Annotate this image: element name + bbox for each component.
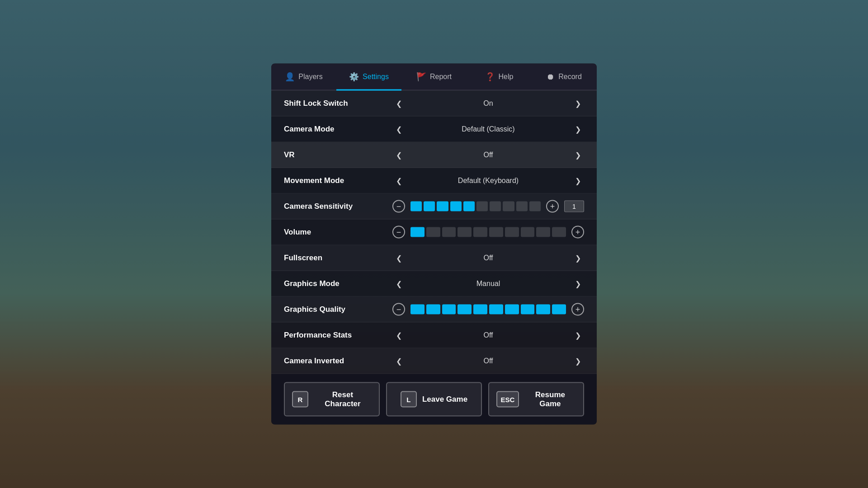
setting-value-movement-mode: Default (Keyboard)	[410, 177, 566, 185]
setting-control-camera-mode: ❮ Default (Classic) ❯	[392, 123, 584, 136]
slider-seg-camera-sensitivity-5	[476, 202, 488, 211]
setting-value-vr: Off	[410, 151, 566, 159]
arrow-left-movement-mode[interactable]: ❮	[392, 174, 405, 187]
setting-value-performance-stats: Off	[410, 331, 566, 339]
slider-track-volume	[410, 227, 566, 237]
slider-plus-volume[interactable]: +	[571, 226, 584, 239]
reset-character-button[interactable]: R Reset Character	[284, 382, 380, 417]
setting-label-camera-sensitivity: Camera Sensitivity	[284, 202, 392, 211]
slider-seg-graphics-quality-6	[505, 305, 519, 314]
slider-minus-graphics-quality[interactable]: −	[392, 303, 405, 316]
tab-label-settings: Settings	[363, 73, 389, 81]
setting-control-camera-sensitivity: − +	[392, 200, 584, 213]
setting-row-performance-stats: Performance Stats ❮ Off ❯	[271, 323, 597, 348]
slider-seg-graphics-quality-9	[552, 305, 566, 314]
tab-record[interactable]: ⏺Record	[532, 64, 597, 90]
slider-minus-camera-sensitivity[interactable]: −	[392, 200, 405, 213]
slider-seg-volume-7	[521, 227, 535, 237]
setting-control-graphics-mode: ❮ Manual ❯	[392, 277, 584, 290]
arrow-left-camera-mode[interactable]: ❮	[392, 123, 405, 136]
tab-label-players: Players	[298, 73, 322, 81]
setting-label-vr: VR	[284, 150, 392, 160]
reset-character-key: R	[292, 391, 308, 408]
setting-row-fullscreen: Fullscreen ❮ Off ❯	[271, 245, 597, 271]
setting-row-movement-mode: Movement Mode ❮ Default (Keyboard) ❯	[271, 168, 597, 194]
slider-plus-camera-sensitivity[interactable]: +	[546, 200, 559, 213]
setting-row-camera-mode: Camera Mode ❮ Default (Classic) ❯	[271, 117, 597, 142]
slider-seg-graphics-quality-8	[536, 305, 550, 314]
setting-control-vr: ❮ Off ❯	[392, 149, 584, 161]
slider-input-camera-sensitivity[interactable]	[564, 201, 584, 212]
slider-minus-volume[interactable]: −	[392, 226, 405, 239]
arrow-left-camera-inverted[interactable]: ❮	[392, 355, 405, 367]
settings-icon: ⚙️	[349, 72, 359, 82]
reset-character-label: Reset Character	[314, 390, 372, 408]
setting-row-volume: Volume − +	[271, 220, 597, 245]
setting-label-performance-stats: Performance Stats	[284, 331, 392, 340]
setting-control-performance-stats: ❮ Off ❯	[392, 329, 584, 342]
setting-label-camera-mode: Camera Mode	[284, 125, 392, 134]
slider-seg-graphics-quality-7	[521, 305, 535, 314]
arrow-left-vr[interactable]: ❮	[392, 149, 405, 161]
slider-seg-graphics-quality-1	[426, 305, 440, 314]
arrow-right-graphics-mode[interactable]: ❯	[571, 277, 584, 290]
arrow-left-graphics-mode[interactable]: ❮	[392, 277, 405, 290]
setting-row-vr: VR ❮ Off ❯	[271, 142, 597, 168]
slider-seg-volume-9	[552, 227, 566, 237]
menu-panel: 👤Players⚙️Settings🚩Report❓Help⏺Record Sh…	[271, 64, 597, 425]
slider-track-graphics-quality	[410, 305, 566, 314]
setting-label-graphics-quality: Graphics Quality	[284, 305, 392, 314]
setting-value-graphics-mode: Manual	[410, 280, 566, 288]
slider-seg-graphics-quality-5	[489, 305, 503, 314]
tab-help[interactable]: ❓Help	[467, 64, 532, 90]
slider-seg-graphics-quality-0	[410, 305, 425, 314]
arrow-right-camera-inverted[interactable]: ❯	[571, 355, 584, 367]
record-icon: ⏺	[547, 72, 555, 81]
arrow-right-camera-mode[interactable]: ❯	[571, 123, 584, 136]
setting-control-volume: − +	[392, 226, 584, 239]
setting-label-fullscreen: Fullscreen	[284, 253, 392, 263]
leave-game-key: L	[401, 391, 417, 408]
arrow-right-movement-mode[interactable]: ❯	[571, 174, 584, 187]
tab-players[interactable]: 👤Players	[271, 64, 336, 90]
leave-game-button[interactable]: L Leave Game	[386, 382, 482, 417]
arrow-left-shift-lock-switch[interactable]: ❮	[392, 97, 405, 110]
setting-control-fullscreen: ❮ Off ❯	[392, 252, 584, 264]
settings-body: Shift Lock Switch ❮ On ❯ Camera Mode ❮ D…	[271, 91, 597, 374]
tab-report[interactable]: 🚩Report	[401, 64, 467, 90]
arrow-left-fullscreen[interactable]: ❮	[392, 252, 405, 264]
slider-seg-volume-2	[442, 227, 456, 237]
setting-control-shift-lock-switch: ❮ On ❯	[392, 97, 584, 110]
arrow-right-performance-stats[interactable]: ❯	[571, 329, 584, 342]
slider-seg-camera-sensitivity-9	[529, 202, 541, 211]
tab-settings[interactable]: ⚙️Settings	[336, 64, 401, 90]
slider-track-camera-sensitivity	[410, 202, 541, 211]
slider-plus-graphics-quality[interactable]: +	[571, 303, 584, 316]
resume-game-label: Resume Game	[524, 390, 576, 408]
slider-seg-volume-3	[458, 227, 472, 237]
setting-row-camera-sensitivity: Camera Sensitivity − +	[271, 194, 597, 220]
tab-label-help: Help	[499, 73, 514, 81]
slider-seg-camera-sensitivity-3	[450, 202, 462, 211]
report-icon: 🚩	[416, 72, 426, 82]
setting-row-graphics-quality: Graphics Quality − +	[271, 297, 597, 323]
tab-bar: 👤Players⚙️Settings🚩Report❓Help⏺Record	[271, 64, 597, 91]
slider-seg-volume-1	[426, 227, 440, 237]
slider-seg-camera-sensitivity-4	[463, 202, 475, 211]
arrow-left-performance-stats[interactable]: ❮	[392, 329, 405, 342]
slider-seg-volume-0	[410, 227, 425, 237]
setting-row-shift-lock-switch: Shift Lock Switch ❮ On ❯	[271, 91, 597, 117]
slider-seg-graphics-quality-3	[458, 305, 472, 314]
resume-game-button[interactable]: ESC Resume Game	[488, 382, 584, 417]
arrow-right-shift-lock-switch[interactable]: ❯	[571, 97, 584, 110]
slider-seg-camera-sensitivity-7	[503, 202, 514, 211]
slider-seg-camera-sensitivity-8	[516, 202, 528, 211]
setting-row-graphics-mode: Graphics Mode ❮ Manual ❯	[271, 271, 597, 297]
arrow-right-fullscreen[interactable]: ❯	[571, 252, 584, 264]
slider-seg-graphics-quality-4	[473, 305, 487, 314]
tab-label-record: Record	[558, 73, 582, 81]
slider-seg-volume-8	[536, 227, 550, 237]
slider-seg-graphics-quality-2	[442, 305, 456, 314]
arrow-right-vr[interactable]: ❯	[571, 149, 584, 161]
slider-seg-volume-6	[505, 227, 519, 237]
